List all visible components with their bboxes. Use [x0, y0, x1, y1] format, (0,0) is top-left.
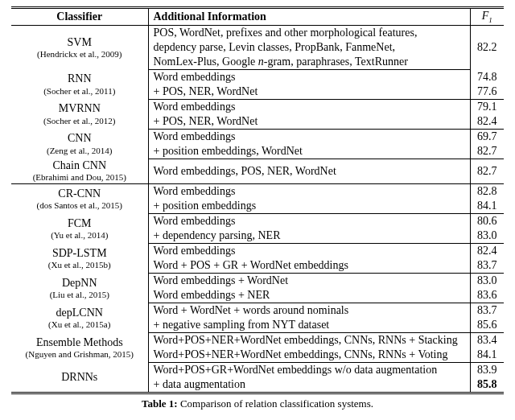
f1-cell: 84.1 [470, 199, 504, 214]
f1-cell: 83.0 [470, 229, 504, 244]
info-cell: depdency parse, Levin classes, PropBank,… [148, 40, 470, 55]
classifier-name: depLCNN [56, 307, 103, 319]
classifier-citation: (dos Santos et al., 2015) [16, 200, 143, 211]
info-cell: Word + POS + GR + WordNet embeddings [148, 258, 470, 274]
f1-cell: 83.7 [470, 303, 504, 319]
f1-cell: 83.4 [470, 333, 504, 348]
info-cell: + position embeddings, WordNet [148, 144, 470, 159]
f1-cell: 85.6 [470, 318, 504, 333]
f1-cell: 85.8 [470, 377, 504, 393]
classifier-name: DRNNs [61, 371, 97, 383]
classifier-name: CNN [68, 132, 92, 144]
info-cell: Word + WordNet + words around nominals [148, 303, 470, 319]
caption-text: Comparison of relation classification sy… [180, 397, 373, 410]
f1-cell: 83.9 [470, 363, 504, 378]
f1-cell: 74.8 [470, 69, 504, 84]
classifier-cell: DepNN(Liu et al., 2015) [11, 274, 148, 303]
info-cell: Word embeddings + NER [148, 288, 470, 303]
classifier-citation: (Socher et al., 2011) [16, 86, 143, 97]
info-cell: Word+POS+NER+WordNet embeddings, CNNs, R… [148, 348, 470, 363]
f1-cell: 83.0 [470, 274, 504, 289]
info-cell: + position embeddings [148, 199, 470, 214]
f1-cell: 79.1 [470, 99, 504, 114]
f1-cell: 82.4 [470, 244, 504, 259]
info-cell: Word embeddings [148, 184, 470, 200]
classifier-name: SDP-LSTM [52, 247, 107, 259]
classifier-citation: (Liu et al., 2015) [16, 290, 143, 300]
caption-label: Table 1: [142, 397, 178, 410]
info-cell: + POS, NER, WordNet [148, 84, 470, 100]
classifier-cell: Ensemble Methods(Nguyen and Grishman, 20… [11, 333, 148, 363]
classifier-cell: RNN(Socher et al., 2011) [11, 69, 148, 99]
classifier-cell: DRNNs [11, 363, 148, 393]
info-cell: Word embeddings [148, 99, 470, 114]
classifier-cell: CNN(Zeng et al., 2014) [11, 129, 148, 159]
col-header-f1: F1 [470, 8, 504, 26]
classifier-cell: FCM(Yu et al., 2014) [11, 214, 148, 244]
info-cell: Word embeddings [148, 214, 470, 229]
f1-cell: 82.7 [470, 159, 504, 183]
table-caption: Table 1: Comparison of relation classifi… [11, 397, 504, 410]
classifier-name: DepNN [62, 277, 97, 289]
info-cell: Word embeddings [148, 129, 470, 144]
classifier-cell: SVM(Hendrickx et al., 2009) [11, 25, 148, 69]
classifier-citation: (Ebrahimi and Dou, 2015) [16, 172, 143, 183]
classifier-cell: SDP-LSTM(Xu et al., 2015b) [11, 244, 148, 274]
classifier-cell: MVRNN(Socher et al., 2012) [11, 99, 148, 129]
info-cell: + POS, NER, WordNet [148, 114, 470, 130]
classifier-name: FCM [68, 217, 92, 229]
classifier-name: Chain CNN [53, 159, 107, 171]
classifier-name: RNN [68, 72, 92, 84]
info-cell: Word embeddings [148, 69, 470, 84]
classifier-name: Ensemble Methods [36, 336, 123, 348]
classifier-cell: depLCNN(Xu et al., 2015a) [11, 303, 148, 333]
info-cell: Word embeddings + WordNet [148, 274, 470, 289]
info-cell: Word embeddings [148, 244, 470, 259]
f1-cell: 82.2 [470, 25, 504, 69]
classifier-name: CR-CNN [58, 187, 101, 200]
classifier-citation: (Socher et al., 2012) [16, 116, 143, 126]
table-container: Classifier Additional Information F1 SVM… [0, 0, 515, 415]
f1-cell: 82.8 [470, 184, 504, 200]
comparison-table: Classifier Additional Information F1 SVM… [11, 6, 504, 394]
f1-cell: 69.7 [470, 129, 504, 144]
classifier-cell: Chain CNN(Ebrahimi and Dou, 2015) [11, 159, 148, 183]
f1-cell: 84.1 [470, 348, 504, 363]
col-header-info: Additional Information [148, 8, 470, 26]
info-cell: + data augmentation [148, 377, 470, 393]
info-cell: + dependency parsing, NER [148, 229, 470, 244]
info-cell: + negative sampling from NYT dataset [148, 318, 470, 333]
f1-cell: 80.6 [470, 214, 504, 229]
info-cell: NomLex-Plus, Google n-gram, paraphrases,… [148, 55, 470, 70]
classifier-cell: CR-CNN(dos Santos et al., 2015) [11, 184, 148, 214]
info-cell: Word+POS+NER+WordNet embeddings, CNNs, R… [148, 333, 470, 348]
f1-cell: 82.7 [470, 144, 504, 159]
classifier-citation: (Zeng et al., 2014) [16, 146, 143, 156]
classifier-name: MVRNN [59, 102, 101, 114]
info-cell: Word+POS+GR+WordNet embeddings w/o data … [148, 363, 470, 378]
classifier-name: SVM [68, 36, 92, 48]
f1-cell: 82.4 [470, 114, 504, 130]
classifier-citation: (Hendrickx et al., 2009) [16, 49, 143, 60]
classifier-citation: (Nguyen and Grishman, 2015) [16, 349, 143, 360]
classifier-citation: (Xu et al., 2015b) [16, 260, 143, 270]
f1-cell: 83.7 [470, 258, 504, 274]
classifier-citation: (Xu et al., 2015a) [16, 319, 143, 330]
f1-cell: 77.6 [470, 84, 504, 100]
f1-cell: 83.6 [470, 288, 504, 303]
info-cell: Word embeddings, POS, NER, WordNet [148, 159, 470, 183]
classifier-citation: (Yu et al., 2014) [16, 230, 143, 241]
info-cell: POS, WordNet, prefixes and other morphol… [148, 25, 470, 40]
col-header-classifier: Classifier [11, 8, 148, 26]
